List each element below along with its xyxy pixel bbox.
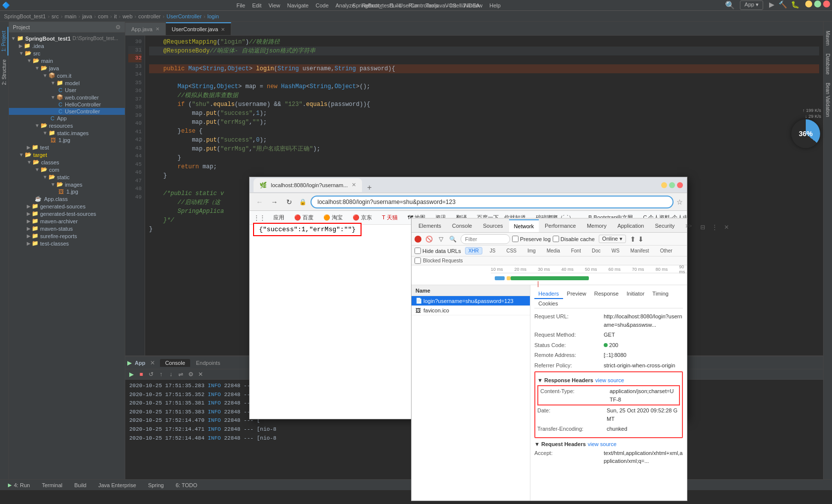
detail-tab-initiator[interactable]: Initiator: [623, 289, 648, 299]
dt-tab-application[interactable]: Application: [613, 219, 649, 232]
run-scroll-down[interactable]: ↓: [167, 370, 175, 378]
bookmark-yingyong[interactable]: 应用: [269, 213, 288, 222]
tab-endpoints[interactable]: Endpoints: [191, 359, 225, 367]
filter-doc[interactable]: Doc: [588, 247, 604, 254]
hide-data-urls-check[interactable]: Hide data URLs: [415, 248, 461, 254]
tree-idea[interactable]: ▶ 📁 .idea: [9, 42, 125, 50]
tree-maven-status[interactable]: ▶ 📁 maven-status: [9, 225, 125, 232]
dt-tab-console[interactable]: Console: [447, 219, 477, 232]
clear-btn[interactable]: 🚫: [423, 235, 435, 244]
breadcrumb-method[interactable]: login: [208, 13, 219, 19]
tree-main[interactable]: ▼ 📂 main: [9, 57, 125, 64]
bookmark-jingdong[interactable]: 🔴 京东: [349, 213, 376, 222]
bookmark-baidu[interactable]: 🔴 百度: [290, 213, 317, 222]
detail-tab-cookies[interactable]: Cookies: [534, 299, 562, 308]
filter-font[interactable]: Font: [568, 247, 584, 254]
right-tab-validation[interactable]: Bean Validation: [824, 79, 832, 121]
tree-target-1jpg[interactable]: 🖼 1.jpg: [9, 188, 125, 195]
tree-appclass[interactable]: ☕ App.class: [9, 195, 125, 202]
filter-other[interactable]: Other: [657, 247, 676, 254]
tree-classes[interactable]: ▼ 📂 classes: [9, 158, 125, 166]
menu-help[interactable]: Help: [486, 1, 504, 9]
filter-media[interactable]: Media: [543, 247, 564, 254]
dt-tab-elements[interactable]: Elements: [414, 219, 446, 232]
todo-btn[interactable]: 6: TODO: [172, 482, 202, 489]
dt-tab-network[interactable]: Network: [509, 219, 539, 232]
new-tab-btn[interactable]: +: [363, 183, 375, 192]
browser-max[interactable]: [669, 182, 675, 188]
browser-tab-close[interactable]: ✕: [352, 182, 356, 188]
bookmark-star-icon[interactable]: ☆: [676, 198, 683, 206]
left-tab-project[interactable]: 1: Project: [0, 27, 8, 55]
detail-tab-response[interactable]: Response: [590, 289, 623, 299]
run-rerun-btn[interactable]: ↺: [147, 370, 155, 378]
project-settings-icon[interactable]: ⚙: [115, 24, 121, 31]
right-tab-db[interactable]: Database: [824, 50, 832, 79]
run-settings[interactable]: ⚙: [187, 370, 195, 378]
filter-img[interactable]: Img: [524, 247, 539, 254]
import-btn[interactable]: ⬆: [630, 235, 636, 243]
req-favicon[interactable]: 🖼 favicon.ico: [412, 306, 530, 315]
breadcrumb-it[interactable]: it: [114, 13, 117, 19]
tab-usercontroller-close[interactable]: ✕: [221, 27, 225, 32]
left-tab-structure[interactable]: 2: Structure: [0, 55, 8, 89]
filter-input[interactable]: [461, 234, 510, 244]
tree-surefire[interactable]: ▶ 📁 surefire-reports: [9, 232, 125, 240]
breadcrumb-web[interactable]: web: [122, 13, 132, 19]
browser-min[interactable]: [661, 182, 667, 188]
run-wrap[interactable]: ⇌: [177, 370, 185, 378]
tree-usercontroller[interactable]: C UserController: [9, 108, 125, 115]
java-enterprise-btn[interactable]: Java Enterprise: [94, 482, 140, 489]
dt-tab-memory[interactable]: Memory: [582, 219, 612, 232]
breadcrumb-java[interactable]: java: [82, 13, 92, 19]
run-scroll-up[interactable]: ↑: [157, 370, 165, 378]
dt-tab-security[interactable]: Security: [650, 219, 679, 232]
tree-root[interactable]: ▼ 📁 SpringBoot_test1 D:\SpringBoot_test.…: [9, 35, 125, 42]
req-login[interactable]: 📄 login?username=shu&password=123: [412, 296, 530, 306]
tree-maven-archiver[interactable]: ▶ 📁 maven-archiver: [9, 217, 125, 225]
hide-data-urls-cb[interactable]: [415, 248, 421, 254]
tree-target-com[interactable]: ▼ 📂 com: [9, 166, 125, 173]
build-btn[interactable]: Build: [70, 482, 90, 489]
browser-close[interactable]: [677, 182, 683, 188]
tree-model[interactable]: ▼ 📁 model: [9, 79, 125, 87]
tree-webcontroller[interactable]: ▼ 📦 web.controller: [9, 94, 125, 101]
build-icon[interactable]: 🔨: [779, 0, 787, 10]
tree-java[interactable]: ▼ 📂 java: [9, 64, 125, 72]
run-stop-btn[interactable]: ■: [137, 370, 145, 378]
menu-navigate[interactable]: Navigate: [284, 1, 312, 9]
run-restart-btn[interactable]: ▶: [127, 370, 135, 378]
url-bar[interactable]: [311, 196, 674, 208]
breadcrumb-class[interactable]: UserController: [166, 13, 202, 19]
filter-js[interactable]: JS: [486, 247, 499, 254]
preserve-log-checkbox[interactable]: [512, 236, 519, 242]
close-button[interactable]: [823, 0, 830, 7]
online-select[interactable]: Online ▾: [599, 235, 626, 243]
minimize-button[interactable]: [805, 0, 812, 7]
bookmark-t[interactable]: T 天猫: [378, 213, 402, 222]
disable-cache-checkbox[interactable]: [553, 236, 559, 242]
detail-tab-preview[interactable]: Preview: [563, 289, 590, 299]
tree-app[interactable]: C App: [9, 115, 125, 122]
disable-cache-check[interactable]: Disable cache: [553, 236, 595, 242]
filter-manifest[interactable]: Manifest: [627, 247, 653, 254]
run-icon[interactable]: ▶: [769, 0, 775, 10]
tree-hellocontroller[interactable]: C HelloController: [9, 101, 125, 108]
breadcrumb-com[interactable]: com: [98, 13, 108, 19]
export-btn[interactable]: ⬇: [638, 235, 644, 243]
tree-1jpg-resources[interactable]: 🖼 1.jpg: [9, 137, 125, 144]
filter-xhr[interactable]: XHR: [465, 247, 482, 254]
tree-src[interactable]: ▼ 📂 src: [9, 50, 125, 57]
tree-test-classes[interactable]: ▶ 📁 test-classes: [9, 240, 125, 247]
tab-appjava-close[interactable]: ✕: [156, 26, 159, 32]
debug-icon[interactable]: 🐛: [791, 0, 799, 10]
browser-active-tab[interactable]: 🌿 localhost:8080/login?usernam... ✕: [254, 178, 362, 192]
dt-tab-sources[interactable]: Sources: [478, 219, 508, 232]
menu-code[interactable]: Code: [312, 1, 331, 9]
preserve-log-check[interactable]: Preserve log: [512, 236, 551, 242]
search-btn[interactable]: 🔍: [447, 235, 459, 244]
filter-css[interactable]: CSS: [503, 247, 520, 254]
tree-gen-sources[interactable]: ▶ 📁 generated-sources: [9, 202, 125, 210]
tab-console[interactable]: Console: [160, 359, 190, 367]
tree-user-class[interactable]: C User: [9, 87, 125, 94]
